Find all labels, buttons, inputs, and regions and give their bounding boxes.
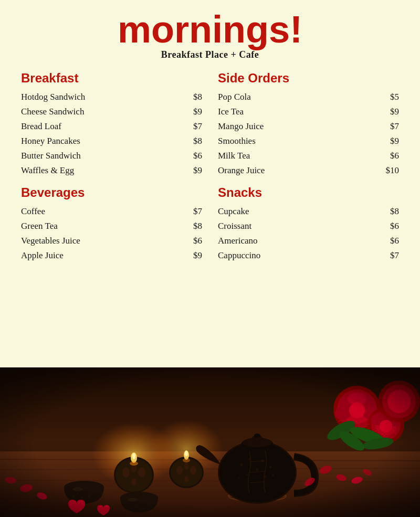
item-price: $7	[193, 206, 202, 217]
item-name: Mango Juice	[218, 121, 264, 132]
item-price: $6	[390, 221, 399, 231]
list-item: Ice Tea $9	[218, 107, 399, 117]
list-item: Vegetables Juice $6	[21, 236, 202, 246]
item-price: $8	[193, 136, 202, 146]
svg-rect-90	[0, 367, 420, 517]
item-name: Orange Juice	[218, 165, 265, 176]
list-item: Smoothies $9	[218, 136, 399, 146]
item-name: Apple Juice	[21, 250, 64, 261]
item-name: Smoothies	[218, 136, 256, 146]
header: mornings! Breakfast Place + Cafe	[21, 10, 399, 60]
item-name: Cheese Sandwich	[21, 107, 84, 117]
menu-grid: Breakfast Hotdog Sandwich $8 Cheese Sand…	[21, 71, 399, 270]
left-column: Breakfast Hotdog Sandwich $8 Cheese Sand…	[21, 71, 202, 270]
item-price: $8	[390, 206, 399, 217]
item-name: Vegetables Juice	[21, 236, 80, 246]
list-item: Mango Juice $7	[218, 121, 399, 132]
item-name: Coffee	[21, 206, 45, 217]
item-name: Waffles & Egg	[21, 165, 74, 176]
item-price: $7	[193, 121, 202, 132]
item-name: Honey Pancakes	[21, 136, 80, 146]
item-price: $7	[390, 121, 399, 132]
item-name: Cappuccino	[218, 250, 260, 261]
item-price: $6	[390, 236, 399, 246]
item-price: $8	[193, 92, 202, 102]
item-price: $7	[390, 250, 399, 261]
item-price: $5	[390, 92, 399, 102]
item-name: Hotdog Sandwich	[21, 92, 85, 102]
category-title-side-orders: Side Orders	[218, 71, 399, 86]
list-item: Butter Sandwich $6	[21, 151, 202, 161]
item-name: Green Tea	[21, 221, 58, 231]
item-name: Bread Loaf	[21, 121, 61, 132]
list-item: Cheese Sandwich $9	[21, 107, 202, 117]
item-name: Americano	[218, 236, 258, 246]
right-column: Side Orders Pop Cola $5 Ice Tea $9 Mango…	[218, 71, 399, 270]
item-price: $10	[386, 165, 400, 176]
list-item: Hotdog Sandwich $8	[21, 92, 202, 102]
item-name: Cupcake	[218, 206, 249, 217]
list-item: Honey Pancakes $8	[21, 136, 202, 146]
tea-scene-illustration	[0, 367, 420, 517]
list-item: Croissant $6	[218, 221, 399, 231]
category-title-snacks: Snacks	[218, 185, 399, 200]
list-item: Milk Tea $6	[218, 151, 399, 161]
item-price: $9	[390, 136, 399, 146]
menu-section: mornings! Breakfast Place + Cafe Breakfa…	[0, 0, 420, 367]
list-item: Pop Cola $5	[218, 92, 399, 102]
list-item: Bread Loaf $7	[21, 121, 202, 132]
item-name: Croissant	[218, 221, 251, 231]
item-price: $8	[193, 221, 202, 231]
list-item: Apple Juice $9	[21, 250, 202, 261]
category-title-breakfast: Breakfast	[21, 71, 202, 86]
item-name: Milk Tea	[218, 151, 250, 161]
item-price: $6	[193, 236, 202, 246]
list-item: Americano $6	[218, 236, 399, 246]
item-price: $9	[390, 107, 399, 117]
restaurant-subtitle: Breakfast Place + Cafe	[21, 49, 399, 60]
item-name: Butter Sandwich	[21, 151, 81, 161]
category-snacks: Snacks Cupcake $8 Croissant $6 Americano…	[218, 185, 399, 261]
category-side-orders: Side Orders Pop Cola $5 Ice Tea $9 Mango…	[218, 71, 399, 176]
list-item: Orange Juice $10	[218, 165, 399, 176]
restaurant-title: mornings!	[21, 10, 399, 48]
photo-section	[0, 367, 420, 517]
item-price: $6	[390, 151, 399, 161]
item-name: Pop Cola	[218, 92, 251, 102]
list-item: Green Tea $8	[21, 221, 202, 231]
item-price: $9	[193, 107, 202, 117]
category-title-beverages: Beverages	[21, 185, 202, 200]
category-beverages: Beverages Coffee $7 Green Tea $8 Vegetab…	[21, 185, 202, 261]
list-item: Waffles & Egg $9	[21, 165, 202, 176]
list-item: Cappuccino $7	[218, 250, 399, 261]
list-item: Coffee $7	[21, 206, 202, 217]
item-price: $6	[193, 151, 202, 161]
item-price: $9	[193, 165, 202, 176]
item-price: $9	[193, 250, 202, 261]
list-item: Cupcake $8	[218, 206, 399, 217]
item-name: Ice Tea	[218, 107, 244, 117]
category-breakfast: Breakfast Hotdog Sandwich $8 Cheese Sand…	[21, 71, 202, 176]
